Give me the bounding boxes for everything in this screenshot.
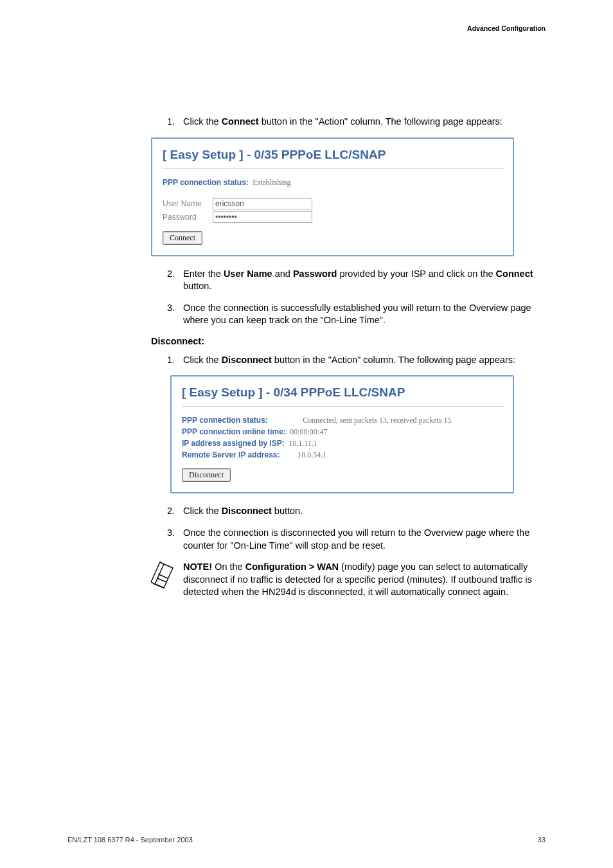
bold: Connect bbox=[496, 269, 533, 279]
header-section: Advanced Configuration bbox=[467, 24, 546, 32]
label: Remote Server IP address: bbox=[182, 450, 296, 459]
footer-left: EN/LZT 108 6377 R4 - September 2003 bbox=[67, 836, 193, 844]
row-status: PPP connection status: Connected, sent p… bbox=[182, 416, 504, 425]
connect-step-3: 3.Once the connection is successfully es… bbox=[167, 302, 546, 327]
page: Advanced Configuration 1.Click the Conne… bbox=[0, 0, 613, 868]
bold: Disconnect bbox=[222, 506, 272, 516]
value-text: 10.1.11.1 bbox=[289, 439, 317, 448]
username-input[interactable] bbox=[213, 198, 312, 209]
password-label: Password bbox=[163, 213, 213, 222]
divider bbox=[182, 406, 504, 407]
bold: User Name bbox=[224, 269, 272, 279]
connect-button[interactable]: Connect bbox=[163, 231, 202, 245]
ppp-status-value-text: Establishing bbox=[253, 178, 290, 187]
content: 1.Click the Connect button in the "Actio… bbox=[67, 116, 546, 599]
text: and bbox=[272, 269, 293, 279]
text: Enter the bbox=[183, 269, 224, 279]
text: button. bbox=[183, 281, 211, 291]
panel-title: [ Easy Setup ] - 0/34 PPPoE LLC/SNAP bbox=[182, 385, 504, 400]
disconnect-button[interactable]: Disconnect bbox=[182, 468, 231, 482]
note-bold: NOTE! bbox=[183, 562, 212, 572]
password-input[interactable] bbox=[213, 211, 312, 223]
list-number: 2. bbox=[167, 505, 183, 518]
list-number: 2. bbox=[167, 268, 183, 281]
text: button in the "Action" column. The follo… bbox=[272, 355, 515, 365]
list-number: 3. bbox=[167, 302, 183, 315]
connect-step-2: 2.Enter the User Name and Password provi… bbox=[167, 268, 546, 293]
bold: Configuration > WAN bbox=[245, 562, 339, 572]
footer: EN/LZT 108 6377 R4 - September 2003 33 bbox=[67, 836, 546, 844]
text: On the bbox=[212, 562, 245, 572]
divider bbox=[163, 168, 504, 169]
row-remote-server: Remote Server IP address: 10.0.54.1 bbox=[182, 450, 504, 460]
connect-step-1: 1.Click the Connect button in the "Actio… bbox=[167, 116, 546, 128]
disconnect-step-1: 1.Click the Disconnect button in the "Ac… bbox=[167, 354, 546, 367]
list-number: 1. bbox=[167, 116, 183, 128]
value-text: 00:00:00:47 bbox=[290, 427, 327, 436]
value: Connected, sent packets 13, received pac… bbox=[303, 416, 451, 425]
row-ip-assigned: IP address assigned by ISP: 10.1.11.1 bbox=[182, 439, 504, 448]
text: Once the connection is disconnected you … bbox=[183, 527, 529, 551]
row-online-time: PPP connection online time: 00:00:00:47 bbox=[182, 427, 504, 437]
ppp-status-line: PPP connection status: Establishing bbox=[163, 178, 504, 188]
easy-setup-disconnect-panel: [ Easy Setup ] - 0/34 PPPoE LLC/SNAP PPP… bbox=[170, 375, 514, 493]
label: PPP connection status: bbox=[182, 416, 301, 425]
easy-setup-connect-panel: [ Easy Setup ] - 0/35 PPPoE LLC/SNAP PPP… bbox=[151, 137, 514, 256]
username-label: User Name bbox=[163, 199, 213, 208]
disconnect-step-2: 2.Click the Disconnect button. bbox=[167, 505, 546, 518]
password-row: Password bbox=[163, 211, 504, 223]
label: PPP connection online time: bbox=[182, 427, 286, 436]
text: Click the bbox=[183, 506, 222, 516]
disconnect-heading: Disconnect: bbox=[151, 336, 546, 346]
text: Click the bbox=[183, 355, 222, 365]
ppp-status-label: PPP connection status: bbox=[163, 178, 249, 187]
list-number: 3. bbox=[167, 527, 183, 540]
disconnect-step-3: 3.Once the connection is disconnected yo… bbox=[167, 527, 546, 552]
bold: Disconnect bbox=[222, 355, 272, 365]
text: button. bbox=[272, 506, 303, 516]
label: IP address assigned by ISP: bbox=[182, 439, 285, 448]
text: button in the "Action" column. The follo… bbox=[259, 116, 502, 127]
spacer bbox=[163, 190, 504, 196]
text: Click the bbox=[183, 116, 222, 127]
username-row: User Name bbox=[163, 198, 504, 209]
note-text: NOTE! On the Configuration > WAN (modify… bbox=[183, 561, 546, 599]
note-icon bbox=[151, 561, 183, 591]
value: 10.0.54.1 bbox=[298, 450, 326, 459]
panel-title: [ Easy Setup ] - 0/35 PPPoE LLC/SNAP bbox=[163, 148, 504, 162]
bold: Password bbox=[293, 269, 337, 279]
text: provided by your ISP and click on the bbox=[337, 269, 495, 279]
connect-bold: Connect bbox=[222, 116, 259, 127]
list-number: 1. bbox=[167, 354, 183, 367]
note-row: NOTE! On the Configuration > WAN (modify… bbox=[151, 561, 546, 599]
footer-page-number: 33 bbox=[538, 836, 546, 844]
text: Once the connection is successfully esta… bbox=[183, 303, 531, 326]
panel-inner: [ Easy Setup ] - 0/34 PPPoE LLC/SNAP PPP… bbox=[172, 376, 513, 492]
panel-inner: [ Easy Setup ] - 0/35 PPPoE LLC/SNAP PPP… bbox=[152, 139, 513, 255]
